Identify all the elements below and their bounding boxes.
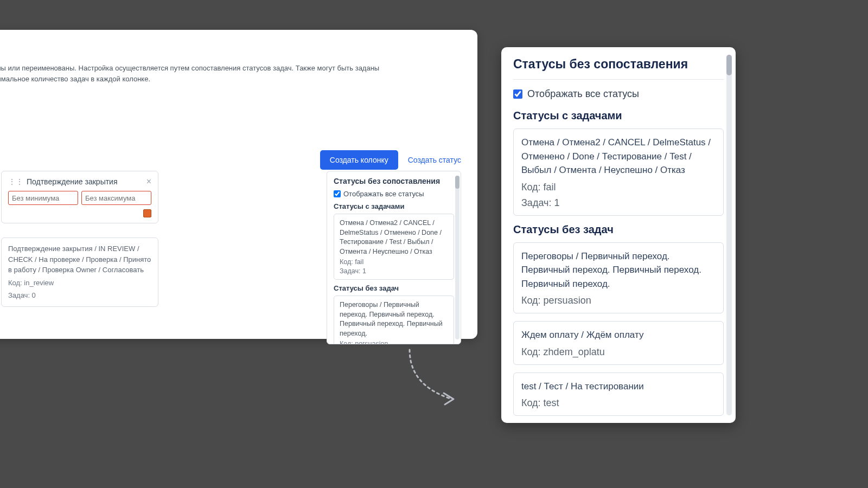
unmapped-statuses-panel-zoom: Статусы без сопоставления Отображать все…	[501, 47, 736, 423]
min-input[interactable]	[8, 191, 78, 205]
panel-heading: Статусы без сопоставления	[513, 57, 724, 72]
create-status-link[interactable]: Создать статус	[408, 156, 461, 164]
color-chip[interactable]	[143, 209, 151, 217]
page-description: ть добавлены, удалены или переименованы.…	[0, 63, 417, 84]
column-header-card: ⋮⋮ Подтверждение закрытия ×	[1, 171, 158, 223]
status-code: Код: fail	[340, 258, 448, 266]
page-title: колонок	[0, 41, 462, 52]
status-count: Задач: 1	[340, 267, 448, 275]
show-all-checkbox[interactable]	[513, 89, 522, 99]
status-code: Код: fail	[521, 182, 716, 193]
status-title: Переговоры / Первичный переход. Первичны…	[340, 300, 448, 338]
status-code: Код: persuasion	[521, 295, 716, 306]
arrow-icon	[401, 347, 461, 407]
max-input[interactable]	[81, 191, 151, 205]
status-title: Ждем оплату / Ждём оплату	[521, 328, 716, 342]
create-column-button[interactable]: Создать колонку	[320, 150, 398, 170]
status-code: Код: zhdem_oplatu	[521, 346, 716, 358]
status-count: Задач: 1	[521, 197, 716, 209]
column-name: Подтверждение закрытия	[27, 177, 146, 186]
status-code: Код: persuasion	[340, 340, 448, 344]
show-all-checkbox-label[interactable]: Отображать все статусы	[334, 190, 454, 198]
columns-row: ⋮⋮ аботе × ess / В работе / Текущий рели…	[0, 171, 158, 307]
checkbox-text: Отображать все статусы	[343, 190, 424, 198]
status-card[interactable]: test / Тест / На тестировании Код: test	[513, 373, 724, 416]
scrollbar-thumb[interactable]	[726, 55, 732, 75]
section-heading: Статусы без задач	[513, 223, 724, 236]
status-title: Отмена / Отмена2 / CANCEL / DelmeStatus …	[521, 136, 716, 177]
section-heading: Статусы без задач	[334, 284, 454, 292]
status-title: Переговоры / Первичный переход. Первичны…	[521, 249, 716, 291]
checkbox-text: Отображать все статусы	[527, 88, 639, 100]
status-meta: Код: in_review	[8, 278, 151, 288]
status-card[interactable]: Ждем оплату / Ждём оплату Код: zhdem_opl…	[513, 321, 724, 365]
status-card[interactable]: Отмена / Отмена2 / CANCEL / DelmeStatus …	[334, 214, 454, 280]
status-code: Код: test	[521, 397, 716, 409]
status-title: test / Тест / На тестировании	[521, 380, 716, 394]
show-all-checkbox[interactable]	[334, 190, 341, 197]
scrollbar[interactable]	[726, 55, 732, 415]
divider	[513, 79, 724, 80]
scrollbar[interactable]	[455, 176, 459, 339]
panel-heading: Статусы без сопоставления	[334, 177, 454, 185]
status-card[interactable]: Переговоры / Первичный переход. Первичны…	[334, 296, 454, 344]
column-body-card: Подтверждение закрытия / IN REVIEW / CHE…	[1, 237, 158, 307]
section-heading: Статусы с задачами	[334, 202, 454, 210]
section-heading: Статусы с задачами	[513, 110, 724, 122]
columns-settings-card: колонок ть добавлены, удалены или переим…	[0, 30, 477, 339]
actions-row: Создать колонку Создать статус	[320, 150, 461, 170]
show-all-checkbox-label[interactable]: Отображать все статусы	[513, 88, 724, 100]
status-card[interactable]: Отмена / Отмена2 / CANCEL / DelmeStatus …	[513, 129, 724, 216]
close-icon[interactable]: ×	[146, 177, 151, 187]
status-count: Задач: 0	[8, 290, 151, 301]
status-card[interactable]: Переговоры / Первичный переход. Первичны…	[513, 242, 724, 314]
scrollbar-thumb[interactable]	[455, 176, 459, 189]
column-group: ⋮⋮ Подтверждение закрытия × Подтверждени…	[1, 171, 158, 307]
drag-handle-icon[interactable]: ⋮⋮	[8, 177, 23, 186]
status-title: Отмена / Отмена2 / CANCEL / DelmeStatus …	[340, 219, 448, 256]
status-list-text: Подтверждение закрытия / IN REVIEW / CHE…	[8, 243, 151, 275]
unmapped-statuses-panel-small: Статусы без сопоставления Отображать все…	[327, 171, 461, 344]
